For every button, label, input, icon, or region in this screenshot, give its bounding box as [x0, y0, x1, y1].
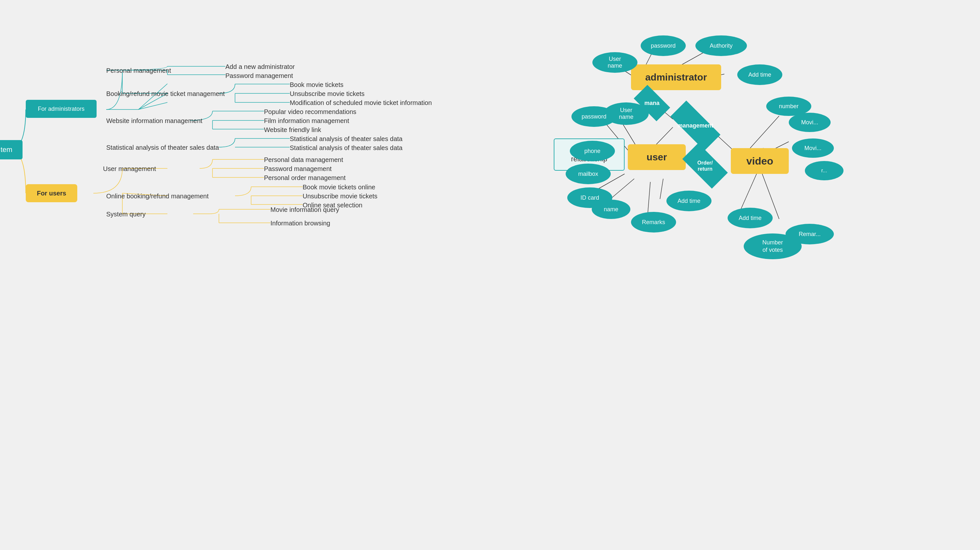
add-admin-label: Add a new administrator: [225, 63, 295, 70]
management-diamond: management: [670, 111, 721, 140]
root-node: tem: [0, 140, 22, 159]
video-node: video: [731, 148, 789, 174]
popular-video-label: Popular video recommendations: [264, 108, 356, 116]
for-administrators-node: For administrators: [26, 100, 97, 118]
for-users-node: For users: [26, 184, 77, 202]
online-booking-label: Online booking/refund management: [106, 193, 208, 200]
svg-line-17: [750, 116, 779, 148]
personal-data-label: Personal data management: [264, 156, 343, 164]
unsubscribe-label: Unsubscribe movie tickets: [290, 90, 364, 97]
video-addtime-oval: Add time: [728, 208, 773, 228]
password-mgmt-label: Password management: [225, 72, 293, 80]
admin-password-oval: password: [641, 35, 686, 56]
remarks-user-oval: Remarks: [631, 212, 676, 233]
administrator-node: administrator: [631, 64, 721, 90]
film-info-label: Film information management: [264, 117, 349, 124]
user-password-oval: password: [571, 106, 617, 127]
book-online-label: Book movie tickets online: [302, 183, 375, 191]
phone-oval: phone: [570, 141, 615, 161]
website-link-label: Website friendly link: [264, 126, 321, 134]
info-browsing-label: Information browsing: [270, 220, 330, 227]
stat2-label: Statistical analysis of theater sales da…: [290, 144, 402, 151]
name-oval: name: [592, 200, 630, 219]
admin-movie-oval: Movi...: [789, 113, 830, 132]
connection-lines: [0, 0, 980, 550]
booking-refund-label: Booking/refund movie ticket management: [106, 90, 225, 97]
remarks-video-oval: Remar...: [786, 224, 834, 244]
order-return-diamond: Order/ return: [682, 151, 728, 180]
statistical-label: Statistical analysis of theater sales da…: [106, 144, 219, 151]
svg-line-15: [660, 179, 663, 199]
user-node: user: [628, 144, 686, 170]
mailbox-oval: mailbox: [566, 164, 611, 184]
admin-username-oval: Username: [592, 52, 638, 73]
system-query-label: System query: [106, 210, 146, 218]
modification-label: Modification of scheduled movie ticket i…: [290, 99, 432, 107]
right-edge-oval: r...: [805, 161, 843, 180]
user-addtime-oval: Add time: [667, 191, 711, 211]
authority-oval: Authority: [695, 35, 747, 56]
personal-order-label: Personal order management: [264, 174, 345, 182]
website-info-label: Website information management: [106, 117, 202, 124]
personal-management-label: Personal management: [106, 67, 171, 74]
movie-query-label: Movie information query: [270, 206, 339, 214]
video-movie-oval: Movi...: [792, 139, 834, 158]
admin-addtime-oval: Add time: [737, 64, 782, 85]
book-tickets-label: Book movie tickets: [290, 81, 344, 89]
user-password-label: Password management: [264, 165, 332, 172]
unsubscribe-user-label: Unsubscribe movie tickets: [302, 193, 377, 200]
stat1-label: Statistical analysis of theater sales da…: [290, 135, 402, 143]
diagram-container: tem For administrators For users Persona…: [0, 0, 980, 550]
user-mgmt-label: User management: [103, 165, 156, 172]
